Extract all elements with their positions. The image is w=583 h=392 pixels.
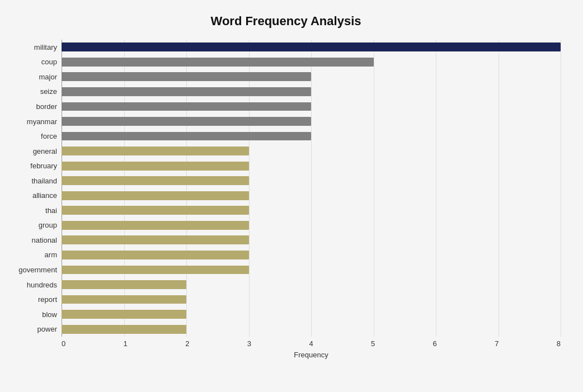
bar-row xyxy=(62,144,561,159)
bar xyxy=(62,102,311,111)
y-label: blow xyxy=(42,311,57,318)
bar-row xyxy=(62,262,561,277)
bar-row xyxy=(62,233,561,248)
y-label: alliance xyxy=(32,192,57,199)
bar xyxy=(62,162,249,171)
bars-section xyxy=(62,40,561,337)
y-label: military xyxy=(34,44,57,51)
y-label: arm xyxy=(45,251,57,258)
bar xyxy=(62,325,186,334)
bar-row xyxy=(62,69,561,84)
plot-area: 012345678 Frequency xyxy=(62,40,561,353)
bar-row xyxy=(62,188,561,203)
x-tick: 0 xyxy=(62,339,65,348)
y-label: report xyxy=(38,296,57,303)
y-label: february xyxy=(30,162,57,169)
x-tick: 5 xyxy=(371,339,375,348)
bar-row xyxy=(62,277,561,292)
bar-row xyxy=(62,322,561,337)
y-label: force xyxy=(41,133,57,140)
bar-row xyxy=(62,248,561,263)
bar-row xyxy=(62,218,561,233)
bar-row xyxy=(62,84,561,100)
x-tick: 1 xyxy=(124,339,128,348)
x-axis-label: Frequency xyxy=(62,351,561,359)
bar-row xyxy=(62,129,561,144)
bar xyxy=(62,147,249,155)
bar-row xyxy=(62,99,561,114)
y-label: general xyxy=(33,148,57,155)
bar-row xyxy=(62,114,561,129)
bar xyxy=(62,42,561,51)
y-label: myanmar xyxy=(27,118,57,125)
y-label: coup xyxy=(41,58,57,65)
y-axis: militarycoupmajorseizebordermyanmarforce… xyxy=(11,40,62,353)
y-label: power xyxy=(37,325,57,333)
bar xyxy=(62,87,311,96)
chart-container: Word Frequency Analysis militarycoupmajo… xyxy=(0,0,583,392)
bar xyxy=(62,191,249,200)
y-label: major xyxy=(39,73,57,81)
bar xyxy=(62,117,311,126)
bar xyxy=(62,251,249,259)
bars-wrapper xyxy=(62,40,561,337)
x-tick: 6 xyxy=(433,339,437,348)
bar xyxy=(62,235,249,244)
y-label: seize xyxy=(40,88,57,95)
y-label: national xyxy=(31,237,57,244)
bar-row xyxy=(62,40,561,55)
x-tick: 7 xyxy=(495,339,499,348)
y-label: group xyxy=(39,221,57,229)
x-tick: 4 xyxy=(309,339,313,348)
bar xyxy=(62,176,249,185)
x-ticks: 012345678 xyxy=(62,337,561,348)
bar xyxy=(62,310,186,319)
bar-row xyxy=(62,203,561,218)
bar xyxy=(62,266,249,275)
bar-row xyxy=(62,55,561,70)
x-tick: 2 xyxy=(185,339,189,348)
bar xyxy=(62,206,249,215)
y-label: thai xyxy=(45,207,57,214)
x-axis: 012345678 Frequency xyxy=(62,337,561,353)
x-tick: 3 xyxy=(247,339,251,348)
chart-area: militarycoupmajorseizebordermyanmarforce… xyxy=(11,40,561,353)
bar-row xyxy=(62,292,561,307)
bar xyxy=(62,221,249,230)
grid-line xyxy=(561,40,561,337)
y-label: government xyxy=(18,266,57,273)
y-label: thailand xyxy=(31,177,57,185)
chart-title: Word Frequency Analysis xyxy=(11,11,561,29)
bar xyxy=(62,58,374,67)
y-label: hundreds xyxy=(27,281,57,289)
y-label: border xyxy=(36,103,57,110)
bar-row xyxy=(62,307,561,322)
bar xyxy=(62,132,311,141)
x-tick: 8 xyxy=(557,339,561,348)
bar xyxy=(62,295,186,304)
bar-row xyxy=(62,158,561,173)
bar xyxy=(62,280,186,289)
bar xyxy=(62,72,311,81)
bar-row xyxy=(62,173,561,188)
